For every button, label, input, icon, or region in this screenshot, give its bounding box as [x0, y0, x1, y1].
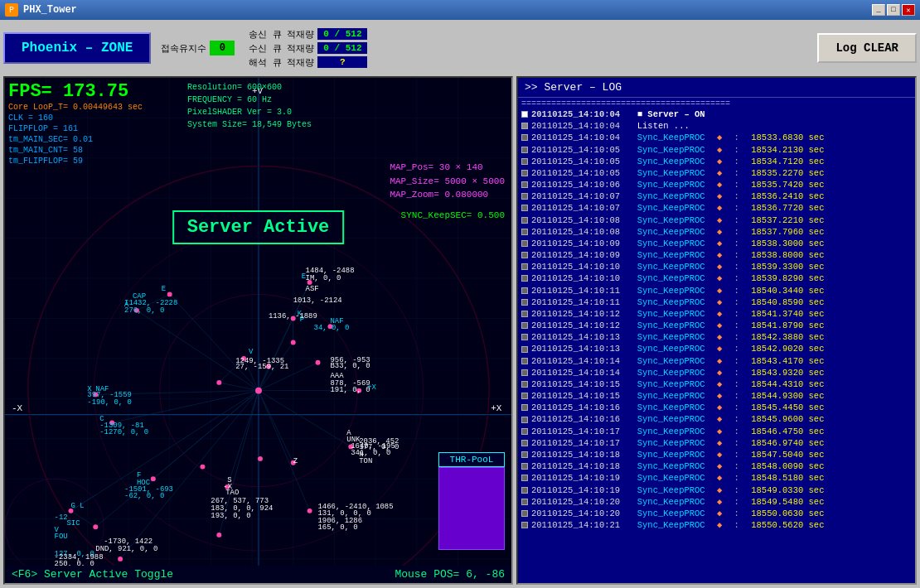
thr-pool-body: [438, 467, 505, 550]
log-separator: ========================================…: [521, 99, 912, 108]
svg-text:-X: -X: [12, 403, 23, 413]
log-icon: [521, 205, 528, 211]
svg-text:27, -159, 21: 27, -159, 21: [235, 364, 288, 372]
log-clear-button[interactable]: Log CLEAR: [817, 33, 917, 63]
queue-send-value: 0 / 512: [317, 28, 367, 40]
thr-pool-box: THR-PooL: [438, 452, 505, 550]
sync-info: SYNC_KeepSEC= 0.500: [401, 210, 505, 220]
log-icon: [521, 275, 528, 282]
svg-point-62: [291, 340, 296, 345]
svg-text:34, 0, 0: 34, 0, 0: [314, 324, 350, 332]
maximize-button[interactable]: □: [887, 4, 900, 16]
log-entry: 20110125_14:10:08 Sync_KeepPROC ◆ : 1853…: [521, 214, 912, 226]
queue-send-label: 송신 큐 적재량: [248, 28, 314, 41]
queue-recv-label: 수신 큐 적재량: [248, 42, 314, 55]
log-icon: [521, 181, 528, 188]
log-entry: 20110125_14:10:10 Sync_KeepPROC ◆ : 1853…: [521, 261, 912, 272]
window-title: PHX_Tower: [23, 4, 872, 16]
fps-detail-main-sec: tm_MAIN_SEC= 0.01: [8, 134, 143, 145]
sys-frequency: FREQUENCY = 60 Hz: [187, 94, 312, 106]
log-entry: 20110125_14:10:09 Sync_KeepPROC ◆ : 1853…: [521, 249, 912, 261]
queue-recv-row: 수신 큐 적재량 0 / 512: [248, 42, 367, 55]
log-icon: [521, 193, 528, 200]
log-entry: 20110125_14:10:18 Sync_KeepPROC ◆ : 1854…: [521, 460, 912, 472]
right-panel: >> Server – LOG ========================…: [516, 76, 917, 585]
log-icon: [521, 381, 528, 388]
log-entry: 20110125_14:10:14 Sync_KeepPROC ◆ : 1854…: [521, 355, 912, 367]
log-icon: [521, 123, 528, 129]
svg-point-64: [316, 360, 321, 365]
svg-text:131, 0, 0, 0: 131, 0, 0, 0: [318, 509, 371, 518]
sys-shader: PixelSHADER Ver = 3.0: [187, 106, 312, 118]
fps-overlay: FPS= 173.75 Core LooP_T= 0.00449643 sec …: [8, 81, 143, 166]
log-entry-first: 20110125_14:10:04 ■ Server – ON: [521, 108, 912, 120]
log-icon: [521, 369, 528, 376]
log-entry: 20110125_14:10:16 Sync_KeepPROC ◆ : 1854…: [521, 413, 912, 425]
log-icon: [521, 428, 528, 435]
log-icon: [521, 393, 528, 399]
log-entry: 20110125_14:10:12 Sync_KeepPROC ◆ : 1854…: [521, 308, 912, 320]
svg-text:+X: +X: [491, 403, 502, 413]
log-header-text: >> Server – LOG: [525, 81, 622, 94]
server-active-banner: Server Active: [172, 210, 345, 244]
svg-text:V: V: [249, 348, 254, 356]
svg-text:193, 0, 0: 193, 0, 0: [211, 512, 250, 520]
log-entry: 20110125_14:10:09 Sync_KeepPROC ◆ : 1853…: [521, 238, 912, 249]
svg-text:FOU: FOU: [55, 533, 68, 541]
system-info: Resolution= 600×600 FREQUENCY = 60 Hz Pi…: [187, 81, 312, 131]
log-icon: [521, 229, 528, 235]
log-icon: [521, 170, 528, 176]
log-entry: 20110125_14:10:17 Sync_KeepPROC ◆ : 1854…: [521, 426, 912, 437]
svg-point-75: [93, 524, 98, 529]
log-entry: 20110125_14:10:20 Sync_KeepPROC ◆ : 1855…: [521, 508, 912, 519]
minimize-button[interactable]: _: [872, 4, 885, 16]
svg-point-78: [307, 508, 312, 513]
connection-value: 0: [210, 41, 235, 55]
log-entry: 20110125_14:10:13 Sync_KeepPROC ◆ : 1854…: [521, 343, 912, 354]
top-bar: Phoenix – ZONE 접속유지수 0 송신 큐 적재량 0 / 512 …: [3, 23, 917, 73]
close-button[interactable]: ✕: [902, 4, 915, 16]
svg-text:-1730, 1422: -1730, 1422: [104, 537, 153, 546]
log-icon: [521, 287, 528, 294]
svg-text:177, 0, 0: 177, 0, 0: [359, 443, 399, 451]
log-entry: 20110125_14:10:08 Sync_KeepPROC ◆ : 1853…: [521, 226, 912, 238]
svg-text:1136, -1889: 1136, -1889: [269, 313, 317, 321]
log-header: >> Server – LOG: [518, 78, 915, 98]
queue-section: 송신 큐 적재량 0 / 512 수신 큐 적재량 0 / 512 해석 큐 적…: [248, 28, 367, 69]
fps-detail-flip: FLIPFLOP = 161: [8, 123, 143, 134]
log-entry: 20110125_14:10:19 Sync_KeepPROC ◆ : 1854…: [521, 472, 912, 484]
log-icon: [521, 487, 528, 494]
svg-point-80: [258, 456, 263, 461]
log-icon: [521, 417, 528, 423]
queue-parse-label: 해석 큐 적재량: [248, 56, 314, 69]
svg-text:E: E: [162, 285, 166, 293]
svg-point-79: [200, 465, 205, 470]
queue-send-row: 송신 큐 적재량 0 / 512: [248, 28, 367, 41]
log-icon: [521, 158, 528, 165]
svg-text:B33, 0, 0: B33, 0, 0: [330, 363, 370, 371]
log-icon: [521, 322, 528, 329]
log-icon: [521, 263, 528, 270]
status-left: <F6> Server Active Toggle: [12, 568, 173, 581]
svg-text:SIC: SIC: [67, 519, 80, 528]
svg-text:-62, 0, 0: -62, 0, 0: [124, 492, 164, 500]
svg-point-57: [255, 388, 262, 394]
svg-text:191, 0, 0: 191, 0, 0: [330, 386, 370, 394]
fps-detail-flipflop: tm_FLIPFLOP= 59: [8, 156, 143, 166]
window-controls[interactable]: _ □ ✕: [872, 4, 915, 16]
log-entry: 20110125_14:10:21 Sync_KeepPROC ◆ : 1855…: [521, 519, 912, 531]
phoenix-zone-button[interactable]: Phoenix – ZONE: [3, 32, 151, 64]
svg-text:TON: TON: [359, 457, 372, 465]
sys-resolution: Resolution= 600×600: [187, 81, 312, 94]
log-entry: 20110125_14:10:18 Sync_KeepPROC ◆ : 1854…: [521, 449, 912, 460]
log-icon: [521, 499, 528, 505]
log-icon: [521, 299, 528, 306]
log-body[interactable]: ========================================…: [518, 98, 915, 583]
log-icon: [521, 346, 528, 353]
left-panel: E E A CAP I1432, -2228 276, 0, 0 K P V N…: [3, 76, 513, 585]
log-entry: 20110125_14:10:20 Sync_KeepPROC ◆ : 1854…: [521, 496, 912, 508]
log-icon: [521, 134, 528, 141]
connection-indicator: 접속유지수 0: [161, 41, 235, 55]
log-icon: [521, 252, 528, 258]
svg-text:ASF: ASF: [306, 285, 319, 293]
